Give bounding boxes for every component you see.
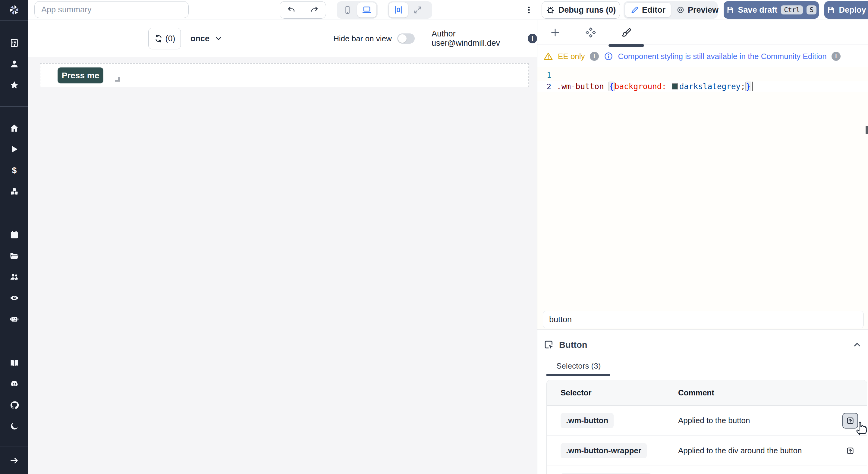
ee-only-label: EE only [558,52,585,61]
component-search-input[interactable] [543,311,864,328]
selector-comment: Applied to the button [678,416,834,425]
desktop-view-button[interactable] [357,2,376,18]
hide-bar-toggle[interactable] [397,33,415,44]
column-header-selector: Selector [547,388,678,398]
dollar-icon[interactable]: $ [0,160,28,181]
undo-button[interactable] [280,1,303,19]
star-icon[interactable] [0,74,28,96]
apply-selector-button[interactable] [842,443,858,459]
users-gear-icon[interactable] [0,266,28,287]
info-icon[interactable]: i [590,52,599,61]
arrow-up-square-icon [846,416,855,425]
user-icon[interactable] [0,53,28,74]
apply-selector-button[interactable] [842,413,858,429]
sidebar-divider [0,106,28,107]
tab-components[interactable] [573,20,609,45]
robot-icon[interactable] [0,308,28,330]
ee-banner: EE only i Component styling is still ava… [537,46,868,67]
save-draft-label: Save draft [738,5,778,15]
calendar-icon[interactable] [0,224,28,245]
save-draft-button[interactable]: Save draft Ctrl S [724,1,819,19]
layout-toggle-group [388,1,432,19]
info-icon[interactable]: i [528,34,537,43]
info-icon[interactable]: i [832,52,841,61]
chevron-up-icon[interactable] [852,340,862,350]
debug-runs-label: Debug runs (0) [558,5,616,15]
sidebar: $ [0,0,28,474]
debug-runs-button[interactable]: Debug runs (0) [541,1,620,19]
moon-icon[interactable] [0,415,28,437]
editor-preview-segment: Editor Preview [624,1,718,19]
arrow-right-icon[interactable] [0,447,28,474]
component-section-title: Button [559,340,847,350]
component-grid-row[interactable]: Press me [40,63,529,87]
chevron-down-icon [214,34,223,43]
github-icon[interactable] [0,395,28,415]
tab-preview-label: Preview [688,5,718,15]
preview-eye-icon [676,6,685,14]
css-code-editor[interactable]: 1 2 .wm-button {background: darkslategre… [537,67,868,330]
selector-chip: .wm-button-wrapper [561,443,647,458]
tab-selectors[interactable]: Selectors (3) [556,361,601,371]
svg-text:$: $ [12,166,17,175]
deploy-label: Deploy [839,5,866,15]
fullscreen-button[interactable] [408,2,427,18]
center-content-button[interactable] [389,2,408,18]
code-line[interactable]: 1 [537,69,868,81]
tab-editor[interactable]: Editor [625,3,671,17]
plus-icon [550,27,560,38]
refresh-button[interactable]: (0) [148,28,181,49]
selector-chip: .wm-button [561,413,614,428]
tab-styling[interactable] [609,20,644,45]
app-canvas-region: (0) once Hide bar on view Author user@wi… [28,20,537,474]
cubes-icon[interactable] [0,181,28,202]
deploy-button[interactable]: Deploy [824,1,868,19]
redo-icon [310,5,319,14]
more-menu-button[interactable] [524,1,533,19]
css-property-token: background: [615,82,666,91]
app-summary-input[interactable] [34,1,189,18]
right-panel: EE only i Component styling is still ava… [537,20,868,474]
code-line-current[interactable]: 2 .wm-button {background: darkslategrey;… [537,81,868,92]
discord-icon[interactable] [0,373,28,395]
canvas-body[interactable]: Press me [28,57,537,474]
mobile-view-button[interactable] [338,2,357,18]
table-header-row: Selector Comment [547,380,867,406]
pencil-icon [630,6,639,14]
paintbrush-icon [621,27,632,38]
building-icon[interactable] [0,32,28,53]
sidebar-divider [0,21,28,21]
press-me-button[interactable]: Press me [58,67,103,83]
warning-triangle-icon [544,52,553,61]
windmill-logo[interactable] [8,4,21,16]
text-caret [752,81,752,91]
refresh-icon [154,34,163,43]
code-content: .wm-button {background: darkslategrey;} [551,81,752,91]
folder-icon[interactable] [0,245,28,266]
home-icon[interactable] [0,117,28,138]
component-section-header[interactable]: Button [544,337,862,353]
book-icon[interactable] [0,352,28,373]
tab-preview[interactable]: Preview [671,3,724,17]
tab-add-component[interactable] [537,20,573,45]
column-header-comment: Comment [678,388,834,398]
close-brace-token: } [745,81,751,91]
mobile-icon [343,5,352,14]
schedule-dropdown[interactable]: once [190,28,223,49]
play-icon[interactable] [0,138,28,160]
undo-redo-group [280,1,326,19]
resize-handle[interactable] [115,77,120,81]
undo-icon [287,5,296,14]
open-brace-token: { [609,81,615,91]
redo-button[interactable] [303,1,326,19]
eye-icon[interactable] [0,287,28,308]
community-edition-note[interactable]: Component styling is still available in … [618,52,827,61]
css-selector-token: .wm-button [557,82,604,91]
apply-selector-button[interactable] [842,473,858,474]
cursor-click-icon [544,339,554,350]
hide-bar-label: Hide bar on view [333,34,392,43]
tab-editor-label: Editor [642,5,665,15]
author-info: Author user@windmill.dev i [432,28,537,49]
color-swatch[interactable] [672,83,678,90]
center-columns-icon [394,5,403,15]
